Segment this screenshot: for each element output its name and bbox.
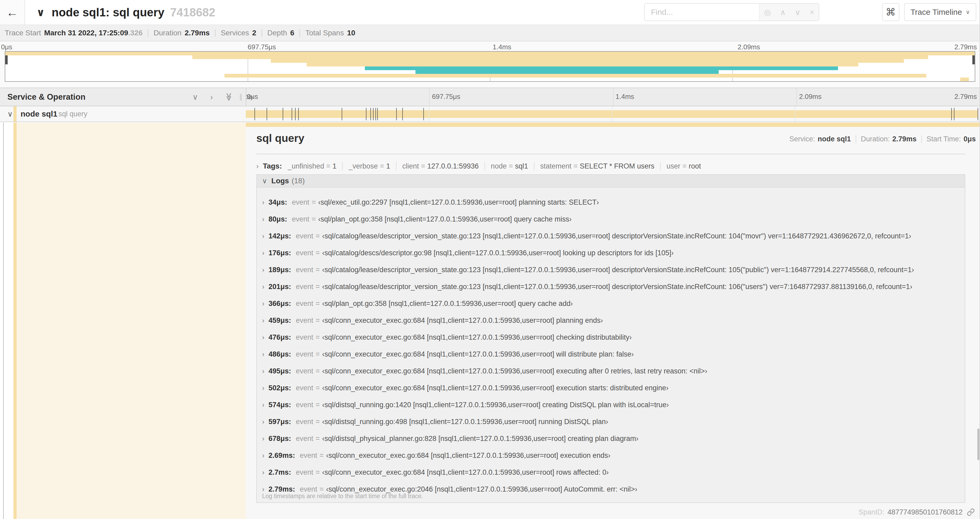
- logs-count: (18): [292, 177, 305, 185]
- log-row[interactable]: ›176μs:event=‹sql/catalog/descs/descript…: [257, 244, 965, 261]
- log-row[interactable]: ›142μs:event=‹sql/catalog/lease/descript…: [257, 228, 965, 244]
- stat-value: 6: [290, 29, 294, 37]
- stat-divider: [262, 29, 262, 37]
- log-timestamp: 476μs:: [269, 333, 291, 342]
- log-marker-tick: [298, 108, 299, 120]
- log-row[interactable]: ›2.7ms:event=‹sql/conn_executor_exec.go:…: [257, 464, 965, 481]
- log-value: ‹sql/catalog/lease/descriptor_version_st…: [322, 283, 912, 291]
- tick-label: 0μs: [1, 43, 12, 51]
- log-field-name: event: [300, 485, 317, 493]
- stat-label: Services: [221, 29, 249, 37]
- log-row[interactable]: ›2.69ms:event=‹sql/conn_executor_exec.go…: [257, 447, 965, 464]
- expand-one-icon[interactable]: ›: [210, 93, 213, 102]
- tag-item: statement=SELECT * FROM users: [540, 162, 654, 170]
- log-row[interactable]: ›459μs:event=‹sql/conn_executor_exec.go:…: [257, 312, 965, 329]
- span-row[interactable]: ∨ node sql1 sql query: [0, 106, 980, 122]
- log-expand-icon[interactable]: ›: [262, 452, 264, 459]
- log-expand-icon[interactable]: ›: [262, 384, 264, 392]
- log-marker-tick: [375, 108, 376, 120]
- log-row[interactable]: ›574μs:event=‹sql/distsql_running.go:142…: [257, 396, 965, 413]
- log-row[interactable]: ›80μs:event=‹sql/plan_opt.go:358 [nsql1,…: [257, 211, 965, 228]
- log-row[interactable]: ›34μs:event=‹sql/exec_util.go:2297 [nsql…: [257, 194, 965, 211]
- log-row[interactable]: ›201μs:event=‹sql/catalog/lease/descript…: [257, 278, 965, 295]
- locate-icon[interactable]: ◎: [764, 8, 771, 17]
- tag-item: _verbose=1: [348, 162, 390, 170]
- tag-equals: =: [421, 162, 425, 170]
- log-expand-icon[interactable]: ›: [262, 216, 264, 223]
- log-marker-tick: [978, 108, 978, 120]
- log-expand-icon[interactable]: ›: [262, 367, 264, 375]
- log-expand-icon[interactable]: ›: [262, 469, 264, 476]
- log-row[interactable]: ›495μs:event=‹sql/conn_executor_exec.go:…: [257, 363, 965, 380]
- detail-indent-fill: [17, 123, 246, 519]
- find-input[interactable]: [644, 4, 759, 21]
- tags-expand-icon[interactable]: ›: [256, 162, 259, 170]
- log-expand-icon[interactable]: ›: [262, 199, 264, 206]
- trace-stat-item: Total Spans10: [305, 29, 355, 37]
- meta-divider: [921, 135, 922, 143]
- span-collapse-chevron-icon[interactable]: ∨: [7, 106, 13, 121]
- trace-collapse-chevron-icon[interactable]: ∨: [37, 0, 45, 24]
- logs-collapse-icon[interactable]: ∨: [262, 177, 267, 185]
- log-row[interactable]: ›678μs:event=‹sql/distsql_physical_plann…: [257, 430, 965, 447]
- log-expand-icon[interactable]: ›: [262, 283, 264, 291]
- minimap-span-bar: [307, 63, 858, 67]
- column-resizer-grip[interactable]: ∥: [239, 88, 243, 106]
- log-expand-icon[interactable]: ›: [262, 300, 264, 308]
- next-match-icon[interactable]: ∨: [795, 8, 800, 17]
- log-expand-icon[interactable]: ›: [262, 485, 264, 493]
- log-expand-icon[interactable]: ›: [262, 350, 264, 358]
- log-marker-tick: [267, 108, 267, 120]
- log-row[interactable]: ›189μs:event=‹sql/catalog/lease/descript…: [257, 261, 965, 278]
- log-expand-icon[interactable]: ›: [262, 317, 264, 324]
- log-timestamp: 2.69ms:: [269, 452, 295, 460]
- log-value: ‹sql/conn_executor_exec.go:684 [nsql1,cl…: [322, 468, 609, 476]
- log-row[interactable]: ›502μs:event=‹sql/conn_executor_exec.go:…: [257, 380, 965, 396]
- stat-divider: [299, 29, 300, 37]
- logs-list: ›34μs:event=‹sql/exec_util.go:2297 [nsql…: [257, 188, 965, 498]
- log-row[interactable]: ›486μs:event=‹sql/conn_executor_exec.go:…: [257, 346, 965, 363]
- log-expand-icon[interactable]: ›: [262, 249, 264, 257]
- collapse-one-icon[interactable]: ∨: [192, 92, 198, 102]
- log-field-name: event: [296, 232, 313, 240]
- stat-value: 10: [347, 29, 355, 37]
- minimap-canvas[interactable]: [5, 51, 975, 82]
- link-icon[interactable]: [967, 508, 975, 516]
- trace-title-text: node sql1: sql query: [52, 6, 164, 19]
- log-expand-icon[interactable]: ›: [262, 334, 264, 341]
- keyboard-shortcuts-button[interactable]: ⌘: [882, 3, 899, 21]
- log-equals: =: [316, 468, 320, 476]
- log-value: ‹sql/conn_executor_exec.go:684 [nsql1,cl…: [322, 367, 707, 375]
- prev-match-icon[interactable]: ∧: [780, 8, 786, 17]
- log-expand-icon[interactable]: ›: [262, 418, 264, 426]
- tag-equals: =: [682, 162, 687, 170]
- log-expand-icon[interactable]: ›: [262, 401, 264, 409]
- log-row[interactable]: ›366μs:event=‹sql/plan_opt.go:358 [nsql1…: [257, 295, 965, 312]
- stat-suffix: .326: [128, 29, 143, 37]
- log-expand-icon[interactable]: ›: [262, 266, 264, 274]
- clear-search-icon[interactable]: ×: [810, 8, 814, 17]
- tags-row[interactable]: › Tags: _unfinished=1_verbose=1client=12…: [256, 160, 701, 172]
- vertical-scrollbar-thumb[interactable]: [977, 428, 980, 460]
- tick-label: 2.79ms: [955, 93, 977, 101]
- minimap-span-bar: [224, 74, 926, 78]
- log-expand-icon[interactable]: ›: [262, 435, 264, 442]
- meta-label: Service:: [789, 135, 815, 143]
- detail-meta-item: Service:node sql1: [789, 135, 851, 143]
- back-button[interactable]: ←: [0, 0, 25, 24]
- log-field-name: event: [296, 418, 313, 426]
- trace-view-select[interactable]: Trace Timeline ∨: [904, 3, 976, 21]
- logs-header[interactable]: ∨ Logs (18): [257, 175, 965, 187]
- meta-value: 2.79ms: [892, 135, 916, 143]
- log-value: ‹sql/plan_opt.go:358 [nsql1,client=127.0…: [322, 300, 573, 308]
- log-expand-icon[interactable]: ›: [262, 232, 264, 240]
- tag-divider: [342, 162, 343, 170]
- span-detail-row: sql query Service:node sql1Duration:2.79…: [0, 123, 980, 519]
- back-arrow-icon: ←: [6, 5, 18, 19]
- stat-value: 2.79ms: [185, 29, 210, 37]
- log-value: ‹sql/conn_executor_exec.go:684 [nsql1,cl…: [322, 384, 668, 392]
- log-row[interactable]: ›597μs:event=‹sql/distsql_running.go:498…: [257, 413, 965, 430]
- log-row[interactable]: ›476μs:event=‹sql/conn_executor_exec.go:…: [257, 329, 965, 346]
- collapse-all-icon[interactable]: ≫: [224, 93, 234, 101]
- stat-label: Depth: [267, 29, 287, 37]
